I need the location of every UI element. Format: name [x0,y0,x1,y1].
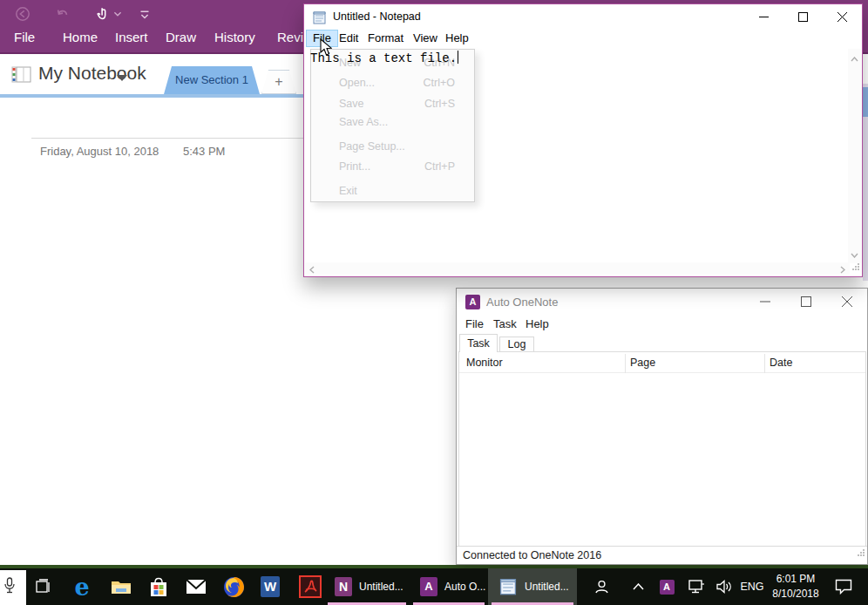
list-header-row: Monitor Page Date [459,354,865,373]
notepad-menu-view[interactable]: View [407,30,444,47]
clock-date: 8/10/2018 [763,587,828,602]
mail-icon[interactable] [179,568,214,605]
microphone-icon[interactable] [3,577,16,598]
onenote-app-icon: N [335,577,352,596]
notepad-minimize-button[interactable] [744,4,783,29]
tab-log[interactable]: Log [499,336,534,352]
notepad-close-button[interactable] [823,4,862,29]
column-page[interactable]: Page [630,357,655,369]
notepad-titlebar[interactable]: Untitled - Notepad [304,4,862,29]
notepad-app-icon-small [498,576,518,598]
scroll-left-icon[interactable] [309,266,315,275]
back-arrow-icon[interactable] [14,6,31,22]
menu-item-open[interactable]: Open... Ctrl+O [311,73,474,92]
language-indicator[interactable]: ENG [737,568,767,605]
firefox-icon[interactable] [216,568,251,605]
status-text: Connected to OneNote 2016 [463,549,601,561]
people-icon[interactable] [586,568,617,605]
auto-onenote-resize-grip[interactable] [857,545,865,562]
acrobat-icon[interactable] [293,568,328,605]
notebook-dropdown-icon[interactable] [117,75,127,81]
auto-onenote-window-title: Auto OneNote [486,296,558,309]
auto-onenote-minimize-button[interactable] [745,289,785,315]
page-title-rule [31,138,307,139]
menu-item-save[interactable]: Save Ctrl+S [311,94,474,113]
desktop: File Home Insert Draw History Review My … [0,0,868,605]
network-icon[interactable] [682,568,711,605]
taskbar-button-notepad[interactable]: Untitled... [488,568,577,605]
page-time: 5:43 PM [183,145,225,158]
menu-item-exit[interactable]: Exit [311,181,474,201]
page-date: Friday, August 10, 2018 [40,145,159,158]
notepad-menu-format[interactable]: Format [362,30,410,47]
auto-onenote-maximize-button[interactable] [786,289,826,315]
text-caret [458,51,458,64]
touch-mode-icon[interactable] [94,6,112,22]
auto-menu-file[interactable]: File [465,317,484,330]
column-monitor[interactable]: Monitor [466,357,503,369]
notepad-menu-edit[interactable]: Edit [333,30,364,47]
notepad-horizontal-scrollbar[interactable] [305,262,850,275]
ribbon-tab-history[interactable]: History [214,30,255,44]
file-explorer-icon[interactable] [104,568,139,605]
touch-mode-caret-icon[interactable] [113,6,122,22]
mouse-cursor [320,38,332,60]
scroll-right-icon[interactable] [840,266,845,275]
action-center-icon[interactable] [826,568,861,605]
auto-onenote-window: A Auto OneNote File Task Help Task Log M… [456,288,868,565]
menu-item-print[interactable]: Print... Ctrl+P [311,157,474,176]
customize-qat-icon[interactable] [136,6,153,22]
tray-auto-onenote-icon[interactable]: A [652,568,682,605]
microsoft-store-icon[interactable] [141,568,176,605]
status-bar: Connected to OneNote 2016 [457,546,867,564]
onenote-scrollbar-thumb[interactable] [863,87,868,117]
volume-icon[interactable] [709,568,739,605]
notepad-menu-help[interactable]: Help [439,30,475,47]
auto-onenote-app-icon: A [465,295,480,309]
tray-chevron-up-icon[interactable] [624,568,652,605]
notebook-name[interactable]: My Notebook [38,63,146,84]
taskbar-button-onenote[interactable]: N Untitled... [324,568,410,605]
auto-menu-help[interactable]: Help [526,317,549,330]
notebook-icon [11,65,32,84]
column-date[interactable]: Date [770,357,792,369]
notepad-vertical-scrollbar[interactable] [848,49,861,263]
taskbar-button-auto-onenote[interactable]: A Auto O... [410,568,488,605]
task-view-button[interactable] [26,568,61,605]
clock-time: 6:01 PM [763,572,828,587]
section-tab-new-section-1[interactable]: New Section 1 [164,66,260,94]
auto-onenote-titlebar[interactable]: A Auto OneNote [457,289,867,315]
edge-icon[interactable]: e [64,568,99,605]
auto-menu-task[interactable]: Task [493,317,517,330]
notepad-file-menu: New Ctrl+N Open... Ctrl+O Save Ctrl+S Sa… [310,49,475,202]
add-section-tab[interactable]: + [261,70,296,94]
ribbon-tab-draw[interactable]: Draw [166,30,196,44]
word-icon[interactable]: W [253,568,288,605]
auto-onenote-menubar: File Task Help [457,315,867,334]
notepad-resize-grip[interactable] [851,259,860,275]
ribbon-tab-insert[interactable]: Insert [115,30,148,44]
notepad-editor-text[interactable]: This is a text file. [310,51,458,65]
ribbon-tab-home[interactable]: Home [63,30,98,44]
tab-task[interactable]: Task [459,334,498,352]
notepad-window: Untitled - Notepad File Edit Format View… [303,3,863,277]
ribbon-tab-file[interactable]: File [14,30,35,44]
auto-onenote-app-icon-small: A [420,577,437,596]
notepad-app-icon [312,10,327,24]
scroll-up-icon[interactable] [851,54,858,64]
clock[interactable]: 6:01 PM 8/10/2018 [763,572,828,602]
notepad-menubar: File Edit Format View Help [304,29,862,48]
menu-item-save-as[interactable]: Save As... [311,112,474,132]
taskbar: e W N Untitled... A Auto O... [0,568,868,605]
search-box-edge[interactable] [0,570,26,605]
auto-onenote-close-button[interactable] [827,289,867,315]
notepad-maximize-button[interactable] [783,4,823,29]
undo-icon[interactable] [54,6,71,22]
menu-item-page-setup[interactable]: Page Setup... [311,137,474,156]
notepad-window-title: Untitled - Notepad [333,10,421,23]
task-list-pane: Monitor Page Date [458,351,866,547]
onenote-scrollbar[interactable] [863,84,868,281]
